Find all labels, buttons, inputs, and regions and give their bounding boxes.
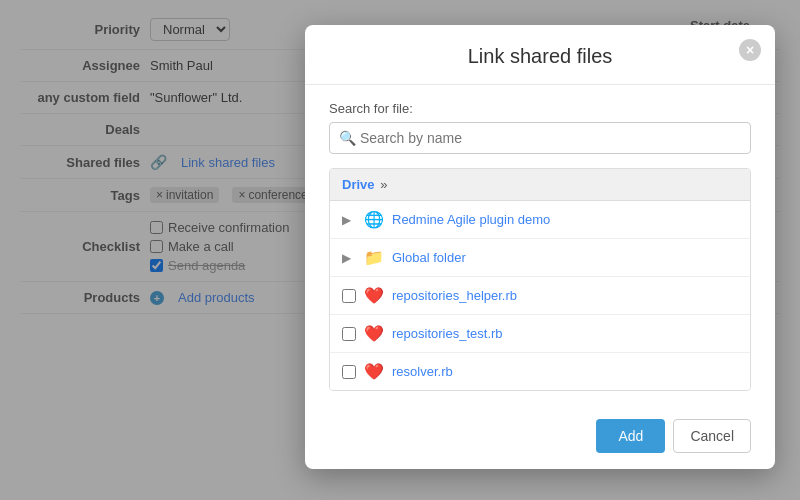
modal-header: Link shared files × <box>305 25 775 85</box>
drive-link[interactable]: Drive <box>342 177 375 192</box>
file-icon-1: 🌐 <box>364 210 384 229</box>
file-name-3[interactable]: repositories_helper.rb <box>392 288 517 303</box>
file-item-1: ▶ 🌐 Redmine Agile plugin demo <box>330 201 750 239</box>
cancel-button[interactable]: Cancel <box>673 419 751 453</box>
modal-title: Link shared files <box>329 45 751 68</box>
file-name-4[interactable]: repositories_test.rb <box>392 326 503 341</box>
expand-btn-1[interactable]: ▶ <box>342 213 356 227</box>
search-icon: 🔍 <box>339 130 356 146</box>
modal-footer: Add Cancel <box>305 407 775 469</box>
file-icon-2: 📁 <box>364 248 384 267</box>
file-checkbox-3[interactable] <box>342 289 356 303</box>
file-checkbox-4[interactable] <box>342 327 356 341</box>
search-label: Search for file: <box>329 101 751 116</box>
file-item-3: ❤️ repositories_helper.rb <box>330 277 750 315</box>
file-item-5: ❤️ resolver.rb <box>330 353 750 390</box>
drive-arrow: » <box>380 177 387 192</box>
file-checkbox-5[interactable] <box>342 365 356 379</box>
file-icon-3: ❤️ <box>364 286 384 305</box>
search-input[interactable] <box>329 122 751 154</box>
file-list: Drive » ▶ 🌐 Redmine Agile plugin demo ▶ … <box>329 168 751 391</box>
file-icon-5: ❤️ <box>364 362 384 381</box>
file-icon-4: ❤️ <box>364 324 384 343</box>
file-item-4: ❤️ repositories_test.rb <box>330 315 750 353</box>
modal-body: Search for file: 🔍 Drive » ▶ 🌐 Redmine A… <box>305 85 775 407</box>
file-name-5[interactable]: resolver.rb <box>392 364 453 379</box>
file-name-2[interactable]: Global folder <box>392 250 466 265</box>
modal-close-button[interactable]: × <box>739 39 761 61</box>
search-input-wrapper: 🔍 <box>329 122 751 154</box>
add-button[interactable]: Add <box>596 419 665 453</box>
expand-btn-2[interactable]: ▶ <box>342 251 356 265</box>
file-item-2: ▶ 📁 Global folder <box>330 239 750 277</box>
link-shared-files-modal: Link shared files × Search for file: 🔍 D… <box>305 25 775 469</box>
file-name-1[interactable]: Redmine Agile plugin demo <box>392 212 550 227</box>
file-list-header: Drive » <box>330 169 750 201</box>
